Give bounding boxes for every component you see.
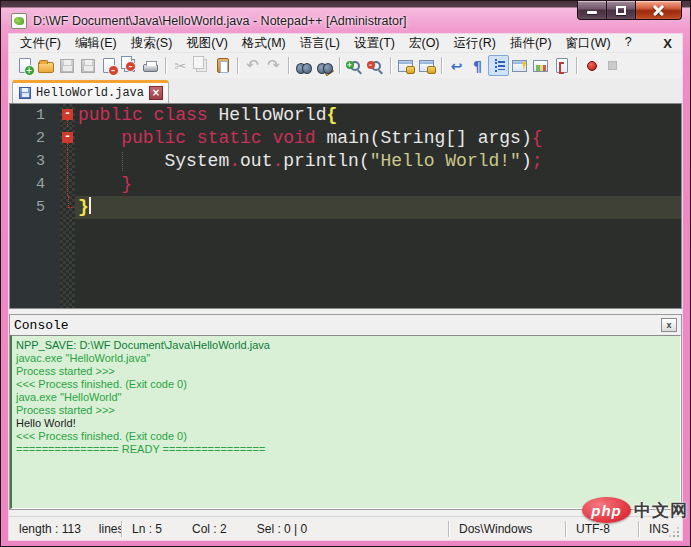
toolbar-separator (339, 57, 340, 74)
fold-margin: - (60, 104, 75, 127)
new-file-button[interactable] (14, 55, 35, 76)
fold-collapse-icon[interactable]: - (62, 109, 73, 120)
word-wrap-button[interactable]: ↩ (446, 55, 467, 76)
close-document-icon[interactable]: X (663, 36, 676, 51)
maximize-icon (616, 6, 626, 15)
window-content: 文件(F)编辑(E)搜索(S)视图(V)格式(M)语言(L)设置(T)宏(O)运… (8, 33, 683, 541)
maximize-button[interactable] (607, 1, 636, 20)
editor-background[interactable] (75, 219, 681, 308)
menu-item[interactable]: 宏(O) (402, 35, 447, 52)
zoom-in-icon (350, 61, 360, 71)
tab-helloworld-java[interactable]: HelloWorld.java × (12, 80, 169, 103)
text-caret (89, 197, 91, 214)
toolbar-separator (441, 57, 442, 74)
code-editor[interactable]: 1-public class HelloWorld{2- public stat… (9, 103, 682, 309)
replace-button[interactable] (314, 55, 335, 76)
close-all-button[interactable] (119, 55, 140, 76)
close-file-icon (103, 58, 115, 73)
status-cursor-position: Ln : 5 Col : 2 Sel : 0 | 0 (122, 517, 448, 540)
zoom-out-icon (371, 61, 381, 71)
save-all-button[interactable] (77, 55, 98, 76)
console-title-bar[interactable]: Console x (10, 315, 681, 335)
status-ln: Ln : 5 (132, 522, 162, 536)
show-all-characters-button[interactable]: ¶ (467, 55, 488, 76)
find-button[interactable] (293, 55, 314, 76)
console-close-button[interactable]: x (661, 318, 677, 332)
scissors-icon: ✂ (175, 58, 187, 74)
close-file-button[interactable] (98, 55, 119, 76)
code-line[interactable]: public class HelloWorld{ (75, 104, 681, 127)
toolbar: ✂ ↶ ↷ ↩ ¶ (9, 52, 682, 78)
fold-line (67, 150, 68, 173)
menu-item[interactable]: 插件(P) (503, 35, 559, 52)
function-list-panel-button[interactable] (509, 55, 530, 76)
sync-horizontal-scroll-button[interactable] (416, 55, 437, 76)
menu-item[interactable]: 文件(F) (13, 35, 68, 52)
menu-item[interactable]: 语言(L) (293, 35, 347, 52)
fold-line (67, 173, 68, 196)
code-line[interactable]: System.out.println("Hello World!"); (75, 150, 681, 173)
toolbar-separator (390, 57, 391, 74)
close-icon (652, 4, 665, 17)
menu-item[interactable]: 窗口(W) (559, 35, 618, 52)
menu-item[interactable]: 视图(V) (179, 35, 235, 52)
sync-vertical-icon (398, 60, 413, 72)
toolbar-separator (165, 57, 166, 74)
cut-button[interactable]: ✂ (170, 55, 191, 76)
code-line[interactable]: } (75, 196, 681, 219)
close-button[interactable] (636, 1, 682, 20)
open-folder-icon (38, 62, 54, 73)
zoom-in-button[interactable] (344, 55, 365, 76)
code-line[interactable]: public static void main(String[] args){ (75, 127, 681, 150)
console-line: NPP_SAVE: D:\WF Document\Java\HelloWorld… (16, 339, 680, 352)
show-indent-guide-button[interactable] (488, 55, 509, 76)
console-line: Process started >>> (16, 365, 680, 378)
sync-vertical-scroll-button[interactable] (395, 55, 416, 76)
fold-end-icon (68, 196, 74, 208)
fold-collapse-icon[interactable]: - (62, 132, 73, 143)
save-button[interactable] (56, 55, 77, 76)
menu-item[interactable]: 格式(M) (235, 35, 293, 52)
console-output[interactable]: NPP_SAVE: D:\WF Document\Java\HelloWorld… (10, 335, 681, 509)
console-line: <<< Process finished. (Exit code 0) (16, 430, 680, 443)
console-line: ================ READY ================ (16, 443, 680, 456)
tab-close-icon[interactable]: × (149, 86, 163, 100)
line-number: 5 (10, 196, 60, 219)
status-sel: Sel : 0 | 0 (257, 522, 307, 536)
print-button[interactable] (140, 55, 161, 76)
redo-button[interactable]: ↷ (263, 55, 284, 76)
paste-icon (217, 58, 229, 73)
resize-grip[interactable] (669, 527, 679, 537)
stop-recording-button[interactable] (602, 55, 623, 76)
copy-button[interactable] (191, 55, 212, 76)
code-line[interactable]: } (75, 173, 681, 196)
zoom-out-button[interactable] (365, 55, 386, 76)
notepad-app-icon (11, 13, 27, 29)
status-col: Col : 2 (192, 522, 227, 536)
fold-margin (60, 196, 75, 219)
fold-margin: - (60, 127, 75, 150)
code-row: 4 } (10, 173, 681, 196)
menu-item[interactable]: ? (618, 35, 639, 52)
menu-item[interactable]: 编辑(E) (68, 35, 124, 52)
menu-item[interactable]: 设置(T) (347, 35, 402, 52)
paste-button[interactable] (212, 55, 233, 76)
editor-empty-area[interactable] (10, 219, 681, 308)
line-number: 4 (10, 173, 60, 196)
start-recording-button[interactable] (581, 55, 602, 76)
undo-button[interactable]: ↶ (242, 55, 263, 76)
code-row: 3 System.out.println("Hello World!"); (10, 150, 681, 173)
minimize-button[interactable] (577, 1, 607, 20)
document-map-button[interactable] (530, 55, 551, 76)
status-eol-format[interactable]: Dos\Windows (449, 517, 565, 540)
pilcrow-icon: ¶ (473, 59, 482, 73)
open-file-button[interactable] (35, 55, 56, 76)
console-line: <<< Process finished. (Exit code 0) (16, 378, 680, 391)
menu-item[interactable]: 运行(R) (447, 35, 503, 52)
toolbar-separator (288, 57, 289, 74)
menu-item[interactable]: 搜索(S) (124, 35, 180, 52)
fold-line (67, 143, 68, 150)
toolbar-separator (576, 57, 577, 74)
function-list-button[interactable] (551, 55, 572, 76)
print-icon (143, 64, 158, 72)
